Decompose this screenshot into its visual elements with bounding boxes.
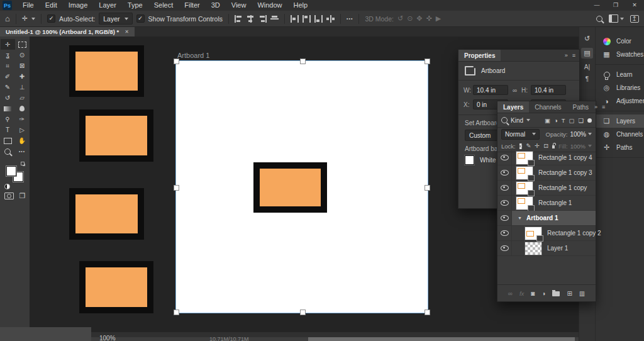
tab-layers[interactable]: Layers <box>497 101 529 113</box>
new-layer-icon[interactable]: ⊞ <box>567 290 572 297</box>
history-brush-tool[interactable]: ↺ <box>1 92 15 103</box>
align-top-edges-icon[interactable] <box>270 15 279 23</box>
align-left-edges-icon[interactable] <box>235 15 243 23</box>
menu-window[interactable]: Window <box>252 0 287 11</box>
layer-name[interactable]: Rectangle 1 copy 4 <box>538 154 592 161</box>
layer-name[interactable]: Rectangle 1 copy <box>538 184 587 191</box>
layer-thumbnail[interactable] <box>525 226 542 240</box>
add-layer-mask-icon[interactable]: ◙ <box>531 290 535 297</box>
collapse-panel-icon[interactable]: » <box>565 52 568 59</box>
home-icon[interactable]: ⌂ <box>5 14 10 23</box>
marquee-tool[interactable] <box>15 39 30 50</box>
layer-thumbnail[interactable] <box>516 181 533 195</box>
crop-tool[interactable]: ⌗ <box>1 60 15 71</box>
layer-name[interactable]: Rectangle 1 copy 2 <box>547 230 601 237</box>
layer-row[interactable]: Rectangle 1 copy 4 <box>497 150 596 165</box>
auto-select-checkbox[interactable]: ✓ <box>47 14 55 23</box>
height-field[interactable]: 10.4 in <box>531 85 566 95</box>
transform-handle[interactable] <box>425 310 430 315</box>
tab-properties[interactable]: Properties <box>458 50 501 61</box>
more-tools[interactable]: ••• <box>15 146 30 157</box>
document-tab[interactable]: Untitled-1 @ 100% (Artboard 1, RGB/8) * … <box>0 27 135 36</box>
zoom-level-field[interactable]: 100% <box>99 335 116 341</box>
move-tool[interactable]: ✛ <box>1 39 15 50</box>
distribute-left-icon[interactable] <box>291 15 299 23</box>
eye-icon[interactable] <box>501 170 509 176</box>
layer-name[interactable]: Artboard 1 <box>526 215 558 221</box>
visibility-cell[interactable] <box>497 181 512 195</box>
brush-tool[interactable]: ✎ <box>1 82 15 92</box>
gradient-tool[interactable] <box>1 103 15 114</box>
link-layers-icon[interactable]: ∞ <box>508 290 513 297</box>
filter-type-layers-icon[interactable]: T <box>562 117 565 124</box>
paragraph-panel-icon[interactable]: ¶ <box>586 76 589 82</box>
lock-all-icon[interactable] <box>552 145 555 148</box>
eye-icon[interactable] <box>501 185 509 191</box>
distribute-centers-icon[interactable] <box>303 15 311 23</box>
dock-item-learn[interactable]: Learn <box>596 68 644 81</box>
opacity-field[interactable]: 100% <box>570 131 592 138</box>
eye-icon[interactable] <box>501 230 509 236</box>
show-transform-controls-checkbox[interactable]: ✓ <box>136 14 145 23</box>
lock-artboard-icon[interactable]: ⊡ <box>543 143 548 149</box>
rectangle-shape[interactable] <box>79 109 153 162</box>
background-color-swatch[interactable] <box>465 155 474 165</box>
visibility-cell[interactable] <box>497 226 512 240</box>
menu-3d[interactable]: 3D <box>206 0 226 11</box>
healing-brush-tool[interactable]: ✚ <box>15 71 30 82</box>
menu-select[interactable]: Select <box>148 0 179 11</box>
zoom-tool[interactable] <box>1 146 15 157</box>
type-tool[interactable]: T <box>1 125 15 135</box>
transform-handle[interactable] <box>300 310 306 315</box>
new-adjustment-layer-icon[interactable]: ◑ <box>541 290 545 297</box>
lock-position-icon[interactable]: ✛ <box>535 143 540 149</box>
rectangle-shape[interactable] <box>79 261 153 313</box>
rectangle-shape[interactable] <box>69 45 144 97</box>
lasso-tool[interactable]: ʓ <box>1 50 15 60</box>
dock-item-libraries[interactable]: ◎ Libraries <box>596 81 644 94</box>
path-selection-tool[interactable]: ▷ <box>15 125 30 135</box>
layer-row-artboard[interactable]: ▼ Artboard 1 <box>497 211 596 226</box>
default-colors-icon[interactable] <box>4 184 10 189</box>
layer-row[interactable]: Rectangle 1 copy <box>497 181 596 196</box>
screen-mode-icon[interactable]: ❐ <box>19 193 26 199</box>
transform-handle[interactable] <box>425 59 430 64</box>
foreground-color-swatch[interactable] <box>6 166 16 176</box>
eyedropper-tool[interactable]: ✐ <box>1 71 15 82</box>
layer-style-icon[interactable]: fx <box>519 290 524 297</box>
menu-type[interactable]: Type <box>122 0 148 11</box>
filter-shape-layers-icon[interactable]: ▢ <box>569 117 574 124</box>
horizontal-scrollbar[interactable] <box>91 337 579 341</box>
transform-handle[interactable] <box>300 59 306 64</box>
search-icon[interactable] <box>596 16 602 22</box>
layer-name[interactable]: Layer 1 <box>547 245 568 252</box>
align-right-edges-icon[interactable] <box>258 15 267 23</box>
character-panel-icon[interactable]: A| <box>584 64 590 70</box>
layer-row[interactable]: Rectangle 1 copy 3 <box>497 165 596 181</box>
filter-smart-objects-icon[interactable]: ❏ <box>578 117 584 124</box>
lock-paint-icon[interactable]: ✎ <box>526 143 531 149</box>
dodge-tool[interactable]: ⚲ <box>1 114 15 125</box>
blend-mode-dropdown[interactable]: Normal <box>501 129 540 140</box>
chevron-down-icon[interactable]: ▼ <box>518 216 522 220</box>
more-options-icon[interactable]: ••• <box>347 16 353 21</box>
visibility-cell[interactable] <box>497 150 512 165</box>
rectangle-tool[interactable] <box>1 135 15 146</box>
workspace-switcher-icon[interactable] <box>609 14 618 23</box>
distribute-right-icon[interactable] <box>314 15 323 23</box>
delete-layer-icon[interactable]: ▥ <box>579 290 585 297</box>
dock-item-color[interactable]: Color <box>596 35 644 48</box>
hand-tool[interactable]: ✋ <box>15 135 30 146</box>
layer-name[interactable]: Rectangle 1 copy 3 <box>538 169 592 176</box>
filter-toggle-icon[interactable] <box>587 118 592 123</box>
panel-menu-icon[interactable]: ≡ <box>572 52 575 59</box>
artboard-label[interactable]: Artboard 1 <box>177 52 209 59</box>
move-tool-icon[interactable]: ✛ <box>22 15 28 22</box>
quick-mask-icon[interactable] <box>4 193 14 199</box>
rectangle-shape[interactable] <box>69 188 144 240</box>
layer-name[interactable]: Rectangle 1 <box>538 199 572 206</box>
menu-image[interactable]: Image <box>63 0 94 11</box>
transform-handle[interactable] <box>174 310 179 315</box>
swap-colors-icon[interactable] <box>21 162 25 165</box>
filter-adjustment-layers-icon[interactable]: ◑ <box>554 117 558 124</box>
